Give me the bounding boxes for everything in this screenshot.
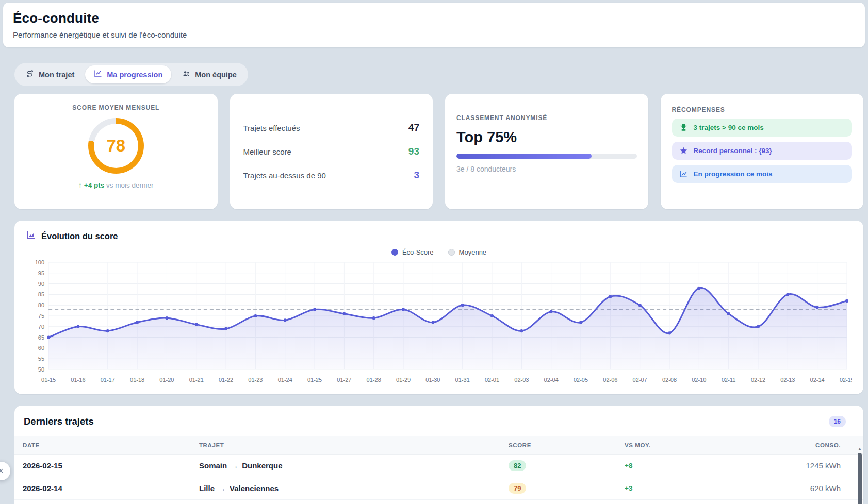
tab-ma-progression[interactable]: Ma progression — [85, 65, 171, 83]
reward-text: Record personnel : {93} — [694, 147, 772, 155]
svg-text:01-20: 01-20 — [159, 377, 174, 383]
card-ranking-label: CLASSEMENT ANONYMISÉ — [456, 114, 637, 122]
svg-text:65: 65 — [38, 334, 44, 341]
svg-text:02-03: 02-03 — [514, 377, 529, 383]
chart-point — [254, 314, 257, 317]
score-badge: 82 — [509, 460, 526, 471]
stat-label: Meilleur score — [243, 147, 291, 156]
stat-value: 3 — [414, 170, 419, 181]
tab-mon-trajet[interactable]: Mon trajet — [17, 65, 83, 83]
team-icon — [182, 70, 190, 79]
arrow-up-icon: ↑ — [78, 181, 82, 189]
card-ranking: CLASSEMENT ANONYMISÉ Top 75% 3e / 8 cond… — [445, 94, 648, 209]
trip-count-badge: 16 — [829, 416, 846, 427]
stat-value: 93 — [408, 146, 419, 157]
chart-point — [697, 287, 700, 290]
svg-text:01-17: 01-17 — [101, 377, 115, 383]
score-delta-suffix: vs mois dernier — [106, 181, 154, 189]
svg-text:55: 55 — [38, 356, 44, 362]
chart-point — [136, 321, 139, 324]
svg-text:01-23: 01-23 — [248, 377, 263, 383]
scrollbar-up-icon[interactable]: ▲ — [858, 446, 862, 452]
kpi-cards-row: SCORE MOYEN MENSUEL 78 ↑+4 pts vs mois d… — [14, 94, 863, 209]
svg-text:01-29: 01-29 — [396, 377, 411, 383]
reward-pill: En progression ce mois — [672, 165, 853, 183]
chart-point — [342, 312, 346, 315]
table-scrollbar: ▲ — [857, 446, 862, 504]
ranking-footnote: 3e / 8 conducteurs — [456, 165, 637, 173]
score-delta: ↑+4 pts vs mois dernier — [78, 181, 153, 189]
svg-text:100: 100 — [35, 259, 44, 265]
chart-point — [372, 316, 375, 320]
route-icon — [26, 70, 34, 79]
svg-text:02-12: 02-12 — [751, 377, 765, 383]
trip-date: 2026-02-15 — [23, 461, 199, 470]
svg-text:02-11: 02-11 — [722, 377, 735, 383]
svg-text:80: 80 — [38, 302, 44, 308]
tab-mon-equipe[interactable]: Mon équipe — [173, 65, 245, 83]
stat-row: Trajets au-dessus de 90 3 — [243, 170, 420, 181]
stat-label: Trajets au-dessus de 90 — [243, 171, 326, 180]
scrollbar-thumb[interactable] — [858, 453, 862, 504]
chart-title: Évolution du score — [41, 231, 118, 241]
card-monthly-score: SCORE MOYEN MENSUEL 78 ↑+4 pts vs mois d… — [14, 94, 218, 209]
legend-dot — [448, 249, 455, 256]
chart-point — [727, 312, 730, 315]
stat-value: 47 — [408, 122, 419, 133]
chart-point — [313, 308, 316, 311]
score-badge: 79 — [509, 483, 526, 494]
score-delta-value: +4 pts — [84, 181, 104, 189]
chart-point — [579, 321, 582, 324]
svg-text:02-05: 02-05 — [574, 377, 588, 383]
legend-item--co-score[interactable]: Éco-Score — [391, 248, 434, 256]
chart-point — [47, 336, 50, 339]
trophy-icon — [679, 123, 688, 132]
svg-text:01-18: 01-18 — [130, 377, 144, 383]
table-header-row: DATETRAJETSCOREVS MOY.CONSO. — [14, 436, 863, 455]
svg-text:02-04: 02-04 — [544, 377, 559, 383]
legend-item-moyenne[interactable]: Moyenne — [448, 248, 486, 256]
svg-text:01-21: 01-21 — [189, 377, 204, 383]
chart-point — [165, 316, 168, 320]
svg-text:75: 75 — [38, 313, 44, 319]
svg-text:02-14: 02-14 — [810, 377, 825, 383]
chart-point — [786, 293, 789, 296]
chart-point — [609, 295, 612, 298]
close-icon: × — [0, 466, 4, 476]
ranking-headline: Top 75% — [456, 129, 637, 146]
page-title: Éco-conduite — [13, 10, 853, 26]
svg-text:01-28: 01-28 — [367, 377, 381, 383]
page-header: Éco-conduite Performance énergétique et … — [3, 3, 865, 47]
table-row[interactable]: 2026-02-15 Somain→Dunkerque 82 +8 1245 k… — [14, 455, 863, 477]
chart-point — [106, 329, 109, 332]
svg-text:01-16: 01-16 — [71, 377, 85, 383]
reward-pill: 3 trajets > 90 ce mois — [672, 119, 853, 137]
svg-text:01-15: 01-15 — [41, 377, 56, 383]
star-icon — [679, 146, 688, 155]
chart-point — [461, 304, 464, 307]
column-header-date: DATE — [23, 442, 199, 448]
chart-point — [638, 304, 642, 307]
svg-text:50: 50 — [38, 366, 44, 373]
route-arrow-icon: → — [215, 484, 230, 493]
view-tabs: Mon trajet Ma progression Mon équipe — [14, 63, 248, 86]
ranking-progressbar — [456, 154, 637, 159]
chart-legend: Éco-Score Moyenne — [26, 248, 852, 256]
trend-icon — [679, 170, 688, 178]
svg-text:02-10: 02-10 — [692, 377, 706, 383]
reward-text: 3 trajets > 90 ce mois — [694, 124, 764, 131]
legend-dot — [391, 249, 398, 256]
chart-point — [550, 310, 553, 313]
score-evolution-card: Évolution du score Éco-Score Moyenne 505… — [14, 221, 863, 394]
page-subtitle: Performance énergétique et suivi de l'éc… — [13, 30, 853, 39]
chart-point — [431, 321, 434, 324]
card-rewards-label: RÉCOMPENSES — [672, 106, 853, 113]
svg-text:70: 70 — [38, 324, 44, 330]
stat-label: Trajets effectués — [243, 124, 300, 132]
table-row[interactable]: 2026-02-14 Lille→Valenciennes 79 +3 620 … — [14, 477, 863, 500]
svg-text:01-27: 01-27 — [337, 377, 351, 383]
svg-text:02-08: 02-08 — [662, 377, 677, 383]
ranking-progressbar-fill — [456, 154, 592, 159]
vs-average: +8 — [625, 462, 790, 469]
line-chart-icon — [94, 70, 102, 79]
